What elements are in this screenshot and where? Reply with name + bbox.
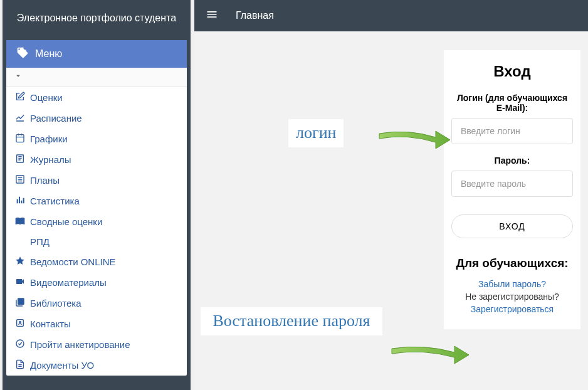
sidebar-item-library[interactable]: Библиотека [6, 293, 187, 314]
login-button[interactable]: ВХОД [451, 214, 573, 238]
sidebar-item-summary-grades[interactable]: Сводные оценки [6, 211, 187, 232]
sidebar-item-grades[interactable]: Оценки [6, 87, 187, 108]
svg-point-4 [19, 321, 21, 323]
menu-header[interactable]: Меню [6, 40, 187, 68]
arrow-icon [376, 122, 451, 150]
register-link[interactable]: Зарегистрироваться [451, 304, 573, 314]
book-icon [15, 154, 25, 166]
menu-label: Меню [35, 48, 62, 60]
tags-icon [16, 46, 29, 61]
content: Вход Логин (для обучающихся E-Mail): Пар… [194, 31, 588, 390]
chart-icon [15, 112, 25, 124]
sidebar-item-label: Ведомости ONLINE [30, 256, 116, 267]
check-icon [15, 339, 25, 350]
sidebar-item-survey[interactable]: Пройти анкетирование [6, 334, 187, 355]
login-label: Логин (для обучающихся E-Mail): [451, 93, 573, 113]
sidebar-item-documents[interactable]: Документы УО [6, 355, 187, 376]
svg-point-5 [16, 340, 24, 347]
chevron-down-icon [14, 71, 23, 82]
sidebar-item-rpd[interactable]: РПД [6, 232, 187, 251]
sidebar-title: Электронное портфолио студента [3, 0, 191, 36]
list-icon [15, 174, 25, 186]
sidebar-item-journals[interactable]: Журналы [6, 149, 187, 170]
video-icon [15, 277, 25, 288]
sidebar-item-label: РПД [30, 236, 50, 247]
star-icon [15, 256, 25, 268]
topbar: Главная [194, 0, 588, 31]
annotation-login: логин [288, 119, 344, 147]
students-heading: Для обучающихся: [451, 256, 573, 271]
stats-icon [15, 195, 25, 207]
sidebar: Электронное портфолио студента Меню Оцен… [3, 0, 191, 390]
sidebar-item-label: Статистика [30, 196, 80, 206]
sidebar-item-schedule[interactable]: Расписание [6, 108, 187, 129]
document-icon [15, 359, 25, 371]
sidebar-item-label: Пройти анкетирование [30, 339, 130, 350]
library-icon [15, 297, 25, 309]
open-book-icon [15, 216, 25, 228]
sidebar-item-label: Планы [30, 175, 60, 186]
sidebar-item-label: Библиотека [30, 298, 81, 308]
sidebar-item-video[interactable]: Видеоматериалы [6, 272, 187, 293]
sidebar-item-label: Документы УО [30, 360, 94, 371]
svg-rect-0 [16, 135, 24, 142]
login-heading: Вход [451, 63, 573, 80]
arrow-icon [389, 337, 470, 366]
sidebar-item-label: Журналы [30, 154, 71, 165]
login-input[interactable] [451, 118, 573, 144]
sidebar-item-label: Графики [30, 134, 68, 144]
menu-collapse-toggle[interactable] [6, 68, 187, 87]
menu-list: Оценки Расписание Графики Журналы Планы … [6, 87, 187, 376]
sidebar-item-label: Видеоматериалы [30, 277, 107, 288]
sidebar-item-sheets[interactable]: Ведомости ONLINE [6, 251, 187, 272]
sidebar-item-label: Оценки [30, 92, 63, 103]
main: Главная Вход Логин (для обучающихся E-Ma… [194, 0, 588, 390]
sidebar-item-charts[interactable]: Графики [6, 129, 187, 149]
forgot-password-link[interactable]: Забыли пароль? [451, 279, 573, 289]
sidebar-item-label: Расписание [30, 113, 82, 124]
sidebar-item-label: Контакты [30, 319, 71, 329]
annotation-password: Востановление пароля [201, 307, 382, 335]
sidebar-item-plans[interactable]: Планы [6, 170, 187, 191]
login-panel: Вход Логин (для обучающихся E-Mail): Пар… [444, 50, 580, 329]
page-title: Главная [236, 10, 274, 21]
hamburger-icon[interactable] [206, 8, 218, 23]
not-registered-text: Не зарегистрированы? [451, 292, 573, 302]
password-label: Пароль: [451, 155, 573, 166]
password-input[interactable] [451, 171, 573, 197]
calendar-icon [15, 133, 25, 145]
menu-panel: Меню Оценки Расписание Графики Журналы [6, 40, 187, 376]
sidebar-item-contacts[interactable]: Контакты [6, 314, 187, 334]
contacts-icon [15, 318, 25, 330]
sidebar-item-stats[interactable]: Статистика [6, 191, 187, 211]
edit-icon [15, 92, 25, 103]
sidebar-item-label: Сводные оценки [30, 216, 102, 227]
